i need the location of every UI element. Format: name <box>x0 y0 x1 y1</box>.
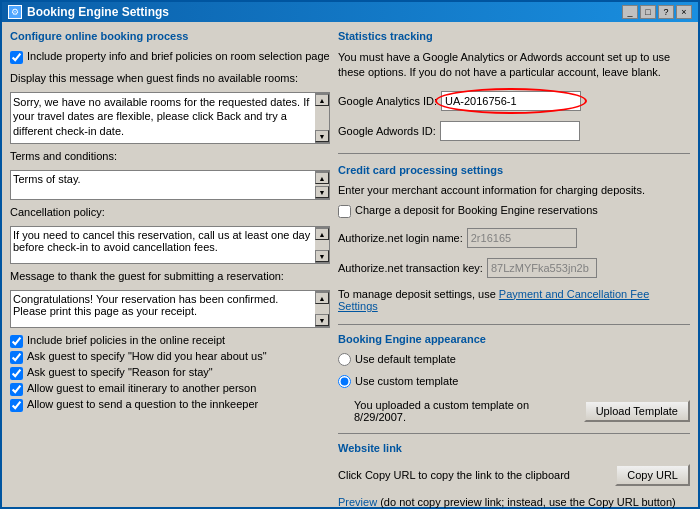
authorize-key-label: Authorize.net transaction key: <box>338 262 483 274</box>
copy-url-desc: Click Copy URL to copy the link to the c… <box>338 469 609 481</box>
include-property-row: Include property info and brief policies… <box>10 50 330 64</box>
checkbox-4[interactable] <box>10 399 23 412</box>
main-content: Configure online booking process Include… <box>2 22 698 509</box>
scroll-down-arrow-terms[interactable]: ▼ <box>315 186 329 198</box>
window-title: Booking Engine Settings <box>27 5 169 19</box>
authorize-key-input[interactable] <box>487 258 597 278</box>
title-bar: ⚙ Booking Engine Settings _ □ ? × <box>2 2 698 22</box>
thank-you-label: Message to thank the guest for submittin… <box>10 270 330 282</box>
charge-deposit-checkbox[interactable] <box>338 205 351 218</box>
divider-stats-cc <box>338 153 690 154</box>
adwords-input[interactable] <box>440 121 580 141</box>
adwords-field-row: Google Adwords ID: <box>338 121 690 141</box>
copy-url-button[interactable]: Copy URL <box>615 464 690 486</box>
analytics-input[interactable] <box>441 91 581 111</box>
custom-template-row: Use custom template <box>338 375 690 388</box>
checkbox-row-4: Allow guest to send a question to the in… <box>10 398 330 412</box>
restore-button[interactable]: □ <box>640 5 656 19</box>
terms-label: Terms and conditions: <box>10 150 330 162</box>
checkbox-3[interactable] <box>10 383 23 396</box>
stats-desc: You must have a Google Analytics or Adwo… <box>338 50 690 81</box>
checkbox-label-3[interactable]: Allow guest to email itinerary to anothe… <box>27 382 256 394</box>
checkbox-row-2: Ask guest to specify "Reason for stay" <box>10 366 330 380</box>
manage-deposit-prefix: To manage deposit settings, use <box>338 288 499 300</box>
adwords-label: Google Adwords ID: <box>338 125 436 137</box>
authorize-login-label: Authorize.net login name: <box>338 232 463 244</box>
checkbox-label-1[interactable]: Ask guest to specify "How did you hear a… <box>27 350 267 362</box>
charge-deposit-row: Charge a deposit for Booking Engine rese… <box>338 204 690 218</box>
custom-template-label[interactable]: Use custom template <box>355 375 458 387</box>
title-bar-left: ⚙ Booking Engine Settings <box>8 5 169 19</box>
default-template-radio[interactable] <box>338 353 351 366</box>
scrollbar-thankyou[interactable]: ▲ ▼ <box>315 291 329 327</box>
analytics-field-row: Google Analytics ID: <box>338 91 690 111</box>
default-template-row: Use default template <box>338 353 690 366</box>
checkbox-row-0: Include brief policies in the online rec… <box>10 334 330 348</box>
cancellation-message-input[interactable]: If you need to cancel this reservation, … <box>11 227 315 263</box>
no-rooms-message-input[interactable]: Sorry, we have no available rooms for th… <box>11 93 315 143</box>
cc-section-title: Credit card processing settings <box>338 164 690 176</box>
scroll-up-arrow-cancel[interactable]: ▲ <box>315 228 329 240</box>
analytics-field-container <box>441 91 581 111</box>
copy-url-row: Click Copy URL to copy the link to the c… <box>338 464 690 486</box>
display-message-label: Display this message when guest finds no… <box>10 72 330 84</box>
upload-template-button[interactable]: Upload Template <box>584 400 690 422</box>
scroll-track <box>315 106 329 130</box>
authorize-login-input[interactable] <box>467 228 577 248</box>
checkbox-label-4[interactable]: Allow guest to send a question to the in… <box>27 398 258 410</box>
scrollbar-no-rooms[interactable]: ▲ ▼ <box>315 93 329 143</box>
checkbox-label-0[interactable]: Include brief policies in the online rec… <box>27 334 225 346</box>
checkbox-2[interactable] <box>10 367 23 380</box>
analytics-label: Google Analytics ID: <box>338 95 437 107</box>
appearance-section-title: Booking Engine appearance <box>338 333 690 345</box>
scroll-down-arrow-ty[interactable]: ▼ <box>315 314 329 326</box>
website-section-title: Website link <box>338 442 690 454</box>
configure-section-title: Configure online booking process <box>10 30 330 42</box>
left-panel: Configure online booking process Include… <box>10 30 330 508</box>
scroll-up-arrow-terms[interactable]: ▲ <box>315 172 329 184</box>
right-panel: Statistics tracking You must have a Goog… <box>338 30 690 508</box>
scroll-up-arrow[interactable]: ▲ <box>315 94 329 106</box>
checkbox-label-2[interactable]: Ask guest to specify "Reason for stay" <box>27 366 213 378</box>
manage-deposit-row: To manage deposit settings, use Payment … <box>338 288 690 312</box>
scroll-down-arrow-cancel[interactable]: ▼ <box>315 250 329 262</box>
booking-engine-settings-window: ⚙ Booking Engine Settings _ □ ? × Config… <box>0 0 700 509</box>
terms-message-input[interactable]: Terms of stay. <box>11 171 315 199</box>
checkbox-1[interactable] <box>10 351 23 364</box>
divider-appearance-website <box>338 433 690 434</box>
cancellation-message-container: If you need to cancel this reservation, … <box>10 226 330 264</box>
default-template-label[interactable]: Use default template <box>355 353 456 365</box>
authorize-key-row: Authorize.net transaction key: <box>338 258 690 278</box>
no-rooms-message-container: Sorry, we have no available rooms for th… <box>10 92 330 144</box>
checkbox-row-1: Ask guest to specify "How did you hear a… <box>10 350 330 364</box>
cc-desc: Enter your merchant account information … <box>338 184 690 196</box>
title-buttons: _ □ ? × <box>622 5 692 19</box>
scroll-down-arrow[interactable]: ▼ <box>315 130 329 142</box>
scroll-up-arrow-ty[interactable]: ▲ <box>315 292 329 304</box>
close-button[interactable]: × <box>676 5 692 19</box>
checkbox-row-3: Allow guest to email itinerary to anothe… <box>10 382 330 396</box>
include-property-label[interactable]: Include property info and brief policies… <box>27 50 330 62</box>
checkbox-0[interactable] <box>10 335 23 348</box>
window-icon: ⚙ <box>8 5 22 19</box>
minimize-button[interactable]: _ <box>622 5 638 19</box>
preview-row: Preview (do not copy preview link; inste… <box>338 496 690 508</box>
scrollbar-cancellation[interactable]: ▲ ▼ <box>315 227 329 263</box>
charge-deposit-label[interactable]: Charge a deposit for Booking Engine rese… <box>355 204 598 216</box>
scrollbar-terms[interactable]: ▲ ▼ <box>315 171 329 199</box>
preview-link[interactable]: Preview <box>338 496 377 508</box>
custom-template-radio[interactable] <box>338 375 351 388</box>
scroll-track-cancel <box>315 240 329 250</box>
include-property-checkbox[interactable] <box>10 51 23 64</box>
thank-you-message-input[interactable]: Congratulations! Your reservation has be… <box>11 291 315 327</box>
preview-desc: (do not copy preview link; instead, use … <box>380 496 676 508</box>
terms-message-container: Terms of stay. ▲ ▼ <box>10 170 330 200</box>
divider-cc-appearance <box>338 324 690 325</box>
thank-you-message-container: Congratulations! Your reservation has be… <box>10 290 330 328</box>
scroll-track-ty <box>315 304 329 314</box>
upload-row: You uploaded a custom template on 8/29/2… <box>338 399 690 423</box>
authorize-login-row: Authorize.net login name: <box>338 228 690 248</box>
upload-text: You uploaded a custom template on 8/29/2… <box>354 399 578 423</box>
help-button[interactable]: ? <box>658 5 674 19</box>
cancellation-label: Cancellation policy: <box>10 206 330 218</box>
